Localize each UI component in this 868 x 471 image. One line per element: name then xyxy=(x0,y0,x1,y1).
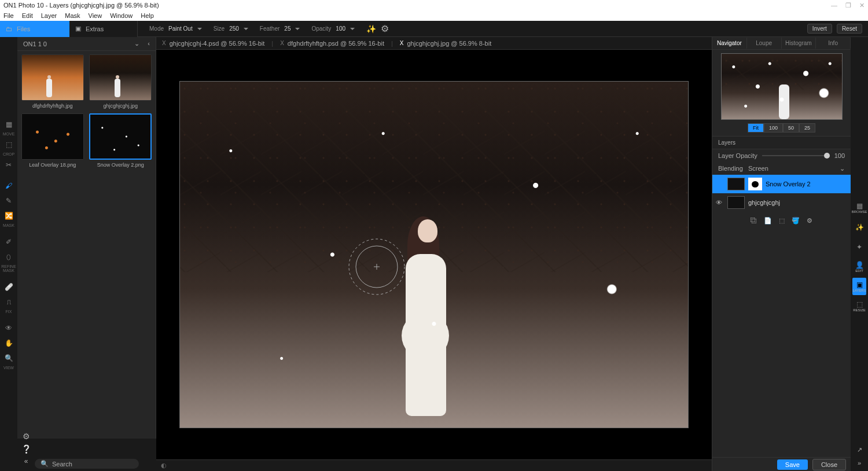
crop-tool-icon[interactable]: ⬚ xyxy=(2,138,15,151)
canvas-view[interactable] xyxy=(156,50,712,459)
chevron-down-icon[interactable]: ⌄ xyxy=(134,40,139,47)
chisel-tool-icon[interactable]: ✐ xyxy=(2,236,15,248)
menu-layer[interactable]: Layer xyxy=(41,12,57,19)
zoom-fit-button[interactable]: Fit xyxy=(748,123,764,133)
view-tool-icon[interactable]: 👁 xyxy=(2,322,15,334)
close-button[interactable]: Close xyxy=(812,459,846,470)
help-icon[interactable]: ❔ xyxy=(21,444,31,454)
extras-tab[interactable]: ▣ Extras xyxy=(69,21,138,37)
document-tabs: X ghjcghjcghj-4.psd @ 56.9% 16-bit | X d… xyxy=(156,37,712,50)
minimize-icon[interactable]: — xyxy=(831,2,837,9)
thumbnail-item[interactable]: Leaf Overlay 18.png xyxy=(21,113,84,168)
duplicate-layer-icon[interactable]: ⿻ xyxy=(751,217,757,224)
resize-module-button[interactable]: ⬚RESIZE xyxy=(852,297,866,315)
options-bar: 🗀 Files ▣ Extras Mode Paint Out Size 250… xyxy=(0,21,868,37)
mask-bug-tool-icon[interactable]: 🔀 xyxy=(2,209,15,222)
close-icon[interactable]: X xyxy=(400,40,404,46)
file-browser: ON1 1 0 ⌄ ‹ dfghdrftyhftgh.jpg ghjcghjcg… xyxy=(17,37,156,439)
close-icon[interactable]: X xyxy=(162,40,166,46)
search-input[interactable]: 🔍 Search xyxy=(35,459,139,469)
menu-help[interactable]: Help xyxy=(141,12,154,19)
document-tab[interactable]: X ghjcghjcghj-4.psd @ 56.9% 16-bit xyxy=(160,40,267,47)
share-icon[interactable]: ↗ xyxy=(857,446,862,454)
collapse-icon[interactable]: « xyxy=(24,457,28,465)
thumbnail-item[interactable]: ghjcghjcghj.jpg xyxy=(89,54,153,109)
hand-tool-icon[interactable]: ✋ xyxy=(2,337,15,349)
menu-file[interactable]: File xyxy=(3,12,14,19)
browser-path: ON1 1 0 xyxy=(23,41,47,47)
menubar: File Edit Layer Mask View Window Help xyxy=(0,10,868,21)
blur-tool-icon[interactable]: ⬯ xyxy=(2,251,15,263)
files-tab-label: Files xyxy=(17,25,30,32)
opacity-slider[interactable] xyxy=(762,155,830,156)
document-tab[interactable]: X dfghdrftyhftgh.psd @ 56.9% 16-bit xyxy=(278,40,387,47)
mode-option[interactable]: Mode Paint Out xyxy=(144,21,208,36)
layer-actions: ⿻ 📄 ⬚ 🪣 ⚙ xyxy=(712,212,851,229)
zoom-25-button[interactable]: 25 xyxy=(799,123,815,133)
opacity-option[interactable]: Opacity 100 xyxy=(306,21,361,36)
search-placeholder: Search xyxy=(52,461,72,468)
fix-tool-label: FIX xyxy=(6,310,12,314)
quickfix-module-button[interactable]: ✨ xyxy=(852,219,866,236)
close-icon[interactable]: X xyxy=(280,40,284,46)
delete-layer-icon[interactable]: 📄 xyxy=(764,217,772,225)
navigator-tab[interactable]: Navigator xyxy=(712,38,747,49)
trim-tool-icon[interactable]: ✂ xyxy=(2,159,15,171)
layers-module-button[interactable]: ▣LAYERS xyxy=(852,278,866,295)
feather-value: 25 xyxy=(284,25,290,32)
extras-icon: ▣ xyxy=(75,25,81,32)
thumbnail-item[interactable]: dfghdrftyhftgh.jpg xyxy=(21,54,84,109)
retouch-tool-icon[interactable]: 🩹 xyxy=(2,281,15,293)
edit-module-button[interactable]: 👤EDIT xyxy=(852,258,866,275)
soft-proof-icon[interactable]: ◐ xyxy=(161,462,167,469)
gear-icon[interactable]: ⚙ xyxy=(381,23,389,34)
zoom-tool-icon[interactable]: 🔍 xyxy=(2,352,15,365)
thumb-label: Snow Overlay 2.png xyxy=(97,162,144,168)
feather-option[interactable]: Feather 25 xyxy=(254,21,306,36)
files-tab[interactable]: 🗀 Files xyxy=(0,21,69,37)
wand-icon[interactable]: ✨ xyxy=(366,24,376,34)
effects-module-button[interactable]: ✦ xyxy=(852,238,866,256)
info-tab[interactable]: Info xyxy=(816,38,851,49)
invert-button[interactable]: Invert xyxy=(807,24,832,34)
menu-view[interactable]: View xyxy=(89,12,102,19)
zoom-level-buttons: Fit 100 50 25 xyxy=(748,123,815,133)
zoom-100-button[interactable]: 100 xyxy=(764,123,783,133)
thumbnail-item[interactable]: Snow Overlay 2.png xyxy=(89,113,153,168)
maximize-icon[interactable]: ❐ xyxy=(845,2,851,9)
menu-window[interactable]: Window xyxy=(110,12,133,19)
chevron-left-icon[interactable]: ‹ xyxy=(148,40,150,47)
layer-settings-icon[interactable]: ⚙ xyxy=(807,217,812,225)
visibility-icon[interactable]: 👁 xyxy=(716,199,724,206)
layer-name: ghjcghjcghj xyxy=(748,199,780,206)
menu-mask[interactable]: Mask xyxy=(65,12,80,19)
menu-edit[interactable]: Edit xyxy=(22,12,33,19)
document-tab-active[interactable]: X ghjcghjcghj.jpg @ 56.9% 8-bit xyxy=(398,40,494,47)
loupe-tab[interactable]: Loupe xyxy=(747,38,782,49)
save-button[interactable]: Save xyxy=(777,459,808,470)
reset-button[interactable]: Reset xyxy=(837,24,862,34)
layer-item[interactable]: 👁 ghjcghjcghj xyxy=(712,193,851,212)
layer-item-selected[interactable]: Snow Overlay 2 xyxy=(712,175,851,193)
fill-layer-icon[interactable]: 🪣 xyxy=(792,217,800,225)
move-tool-label: MOVE xyxy=(3,132,15,136)
size-option[interactable]: Size 250 xyxy=(208,21,254,36)
merge-layer-icon[interactable]: ⬚ xyxy=(779,217,785,225)
layer-thumbnail xyxy=(727,196,745,209)
expand-icon[interactable]: » xyxy=(858,459,861,466)
close-window-icon[interactable]: ✕ xyxy=(859,2,865,9)
clone-tool-icon[interactable]: ⎍ xyxy=(2,296,15,308)
histogram-tab[interactable]: Histogram xyxy=(782,38,816,49)
move-tool-icon[interactable]: ▦ xyxy=(2,118,15,131)
refine-brush-tool-icon[interactable]: ✎ xyxy=(2,194,15,207)
size-label: Size xyxy=(214,25,225,32)
blending-row[interactable]: Blending Screen ⌄ xyxy=(712,162,851,175)
gear-icon[interactable]: ⚙ xyxy=(23,432,30,441)
mask-brush-tool-icon[interactable]: 🖌 xyxy=(2,179,15,192)
browse-module-button[interactable]: ▦BROWSE xyxy=(852,199,866,216)
layer-opacity-label: Layer Opacity xyxy=(718,152,757,159)
zoom-50-button[interactable]: 50 xyxy=(783,123,799,133)
navigator-preview[interactable] xyxy=(721,53,843,120)
folder-icon: 🗀 xyxy=(6,25,12,32)
crop-tool-label: CROP xyxy=(3,152,14,156)
